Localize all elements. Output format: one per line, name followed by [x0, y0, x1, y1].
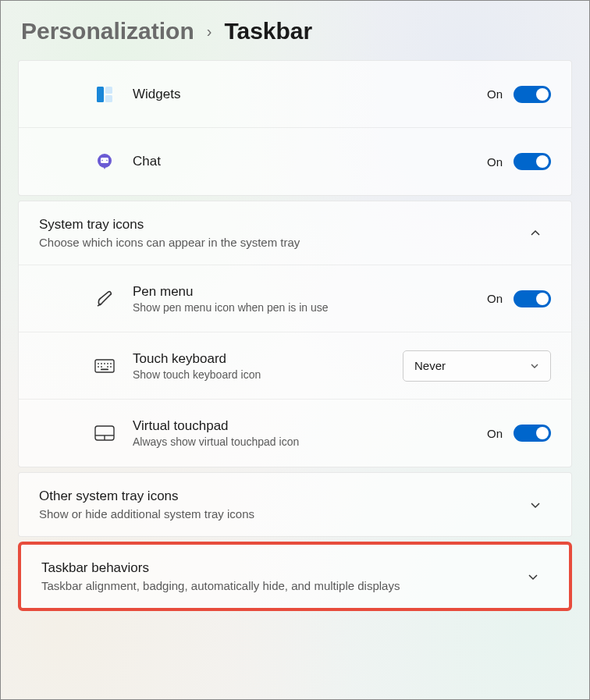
pen-toggle[interactable]: [514, 290, 551, 307]
row-widgets: Widgets On: [19, 61, 571, 128]
system-tray-desc: Choose which icons can appear in the sys…: [39, 236, 520, 249]
pen-icon: [89, 289, 120, 309]
taskbar-behaviors-section[interactable]: Taskbar behaviors Taskbar alignment, bad…: [18, 542, 572, 611]
widgets-icon: [89, 85, 120, 104]
chevron-down-icon: [520, 499, 551, 510]
system-tray-section: System tray icons Choose which icons can…: [18, 201, 572, 467]
pen-desc: Show pen menu icon when pen is in use: [133, 301, 487, 314]
chat-icon: [89, 152, 120, 171]
breadcrumb-parent[interactable]: Personalization: [21, 18, 194, 44]
chat-toggle-state: On: [487, 155, 503, 169]
row-chat: Chat On: [19, 128, 571, 195]
row-touch-keyboard: Touch keyboard Show touch keyboard icon …: [19, 332, 571, 400]
pen-toggle-state: On: [487, 292, 503, 305]
svg-point-8: [98, 363, 99, 364]
system-tray-title: System tray icons: [39, 217, 520, 233]
row-virtual-touchpad: Virtual touchpad Always show virtual tou…: [19, 400, 571, 467]
svg-point-16: [110, 366, 112, 368]
system-tray-header[interactable]: System tray icons Choose which icons can…: [19, 201, 571, 265]
touchkb-title: Touch keyboard: [133, 351, 403, 367]
chat-toggle[interactable]: [514, 153, 551, 170]
svg-point-10: [104, 363, 105, 364]
chevron-up-icon: [520, 228, 551, 239]
breadcrumb-current: Taskbar: [224, 18, 312, 44]
touchpad-toggle-state: On: [487, 427, 503, 440]
touchpad-toggle[interactable]: [514, 425, 551, 442]
chat-label: Chat: [133, 154, 487, 169]
svg-point-5: [101, 160, 103, 162]
svg-rect-2: [105, 95, 112, 102]
touchpad-desc: Always show virtual touchpad icon: [133, 435, 487, 448]
svg-point-12: [110, 363, 112, 364]
touchkb-desc: Show touch keyboard icon: [133, 368, 403, 381]
svg-rect-17: [101, 368, 108, 370]
other-tray-desc: Show or hide additional system tray icon…: [39, 507, 520, 521]
svg-point-14: [101, 366, 102, 368]
svg-point-9: [101, 363, 102, 364]
behaviors-desc: Taskbar alignment, badging, automaticall…: [41, 579, 517, 592]
svg-point-6: [106, 160, 108, 162]
chevron-right-icon: ›: [207, 23, 212, 41]
svg-rect-7: [95, 360, 114, 372]
touchkb-dropdown-value: Never: [414, 359, 446, 372]
widgets-toggle[interactable]: [514, 86, 551, 103]
svg-rect-1: [105, 87, 112, 94]
svg-rect-0: [97, 87, 104, 102]
svg-point-11: [107, 363, 108, 364]
chevron-down-icon: [517, 571, 549, 582]
chevron-down-icon: [530, 361, 539, 371]
touchkb-dropdown[interactable]: Never: [403, 350, 551, 382]
touchpad-title: Virtual touchpad: [133, 418, 487, 434]
keyboard-icon: [89, 359, 120, 373]
svg-point-13: [98, 366, 99, 368]
pen-title: Pen menu: [133, 284, 487, 300]
svg-point-15: [107, 366, 108, 368]
behaviors-title: Taskbar behaviors: [41, 560, 517, 576]
widgets-toggle-state: On: [487, 87, 503, 101]
other-tray-title: Other system tray icons: [39, 489, 520, 504]
row-pen-menu: Pen menu Show pen menu icon when pen is …: [19, 265, 571, 332]
other-tray-section[interactable]: Other system tray icons Show or hide add…: [18, 472, 572, 537]
taskbar-items-section: Widgets On Chat On: [18, 60, 572, 196]
breadcrumb: Personalization › Taskbar: [18, 18, 572, 44]
widgets-label: Widgets: [133, 87, 487, 102]
touchpad-icon: [89, 425, 120, 441]
